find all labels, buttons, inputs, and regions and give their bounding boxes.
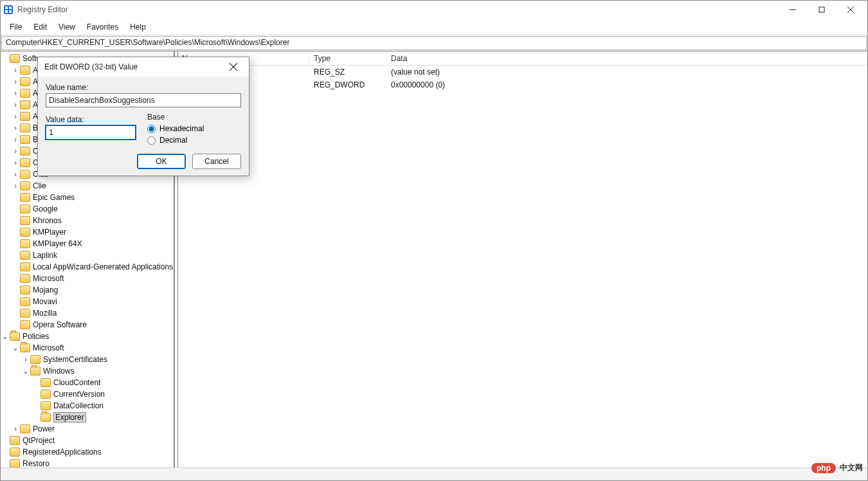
tree-node[interactable]: DataCollection	[1, 400, 174, 412]
tree-node-label: QtProject	[23, 436, 55, 445]
list-row[interactable]: REG_SZ(value not set)	[178, 66, 867, 78]
chevron-right-icon[interactable]: ›	[11, 135, 20, 144]
chevron-right-icon[interactable]: ›	[11, 158, 20, 167]
chevron-right-icon[interactable]: ›	[11, 100, 20, 109]
menu-edit[interactable]: Edit	[28, 21, 52, 33]
maximize-button[interactable]	[807, 1, 836, 19]
tree-node-label: Epic Games	[33, 193, 75, 202]
value-data-label: Value data:	[46, 115, 136, 124]
edit-dword-dialog[interactable]: Edit DWORD (32-bit) Value Value name: Va…	[37, 57, 249, 176]
radio-hex-input[interactable]	[147, 125, 156, 133]
folder-icon	[20, 170, 30, 179]
value-name-input[interactable]	[46, 93, 241, 107]
tree-node[interactable]: Opera Software	[1, 319, 174, 331]
svg-rect-1	[5, 6, 8, 9]
chevron-right-icon[interactable]: ›	[11, 123, 20, 132]
folder-icon	[20, 251, 30, 260]
folder-icon	[20, 424, 30, 433]
tree-node[interactable]: Laplink	[1, 250, 174, 261]
folder-icon	[20, 181, 30, 190]
tree-node[interactable]: ⌄Microsoft	[1, 342, 174, 354]
folder-icon	[41, 390, 51, 399]
folder-icon	[20, 77, 30, 86]
col-header-data[interactable]: Data	[387, 51, 867, 65]
folder-icon	[10, 459, 20, 467]
radio-hex[interactable]: Hexadecimal	[147, 124, 241, 133]
list-header: Name Type Data	[178, 51, 867, 66]
radio-dec[interactable]: Decimal	[147, 136, 241, 145]
tree-node-label: Microsoft	[33, 274, 64, 283]
chevron-right-icon[interactable]: ›	[11, 147, 20, 156]
chevron-right-icon[interactable]: ›	[11, 181, 20, 190]
tree-node[interactable]: ⌄Windows	[1, 365, 174, 377]
cancel-button[interactable]: Cancel	[192, 154, 241, 169]
tree-node[interactable]: Microsoft	[1, 273, 174, 284]
dialog-close-button[interactable]	[224, 58, 242, 76]
tree-node[interactable]: Mojang	[1, 284, 174, 296]
chevron-right-icon[interactable]: ›	[11, 112, 20, 121]
tree-node-label: Explorer	[53, 412, 86, 422]
tree-node[interactable]: Mozilla	[1, 307, 174, 319]
folder-icon	[20, 193, 30, 202]
tree-node[interactable]: ⌄Policies	[1, 331, 174, 342]
radio-dec-input[interactable]	[147, 136, 156, 145]
radio-dec-label: Decimal	[159, 136, 187, 145]
menu-file[interactable]: File	[5, 21, 27, 33]
folder-icon	[20, 66, 30, 75]
chevron-right-icon[interactable]: ›	[21, 355, 30, 364]
tree-node[interactable]: Local AppWizard-Generated Applications	[1, 261, 174, 273]
tree-node[interactable]: Movavi	[1, 296, 174, 307]
cell-data: (value not set)	[387, 68, 867, 77]
dialog-titlebar[interactable]: Edit DWORD (32-bit) Value	[38, 57, 249, 77]
tree-node[interactable]: ›Clie	[1, 180, 174, 192]
tree-node-label: Khronos	[33, 216, 62, 225]
address-bar[interactable]: Computer\HKEY_CURRENT_USER\Software\Poli…	[1, 36, 867, 50]
folder-icon	[30, 367, 41, 376]
window-controls	[778, 1, 865, 19]
chevron-right-icon[interactable]: ›	[11, 89, 20, 98]
tree-node[interactable]: CurrentVersion	[1, 388, 174, 400]
watermark-pill: php	[811, 463, 836, 473]
list-row[interactable]: xSuggestionsREG_DWORD0x00000000 (0)	[178, 78, 867, 91]
close-button[interactable]	[836, 1, 865, 19]
folder-icon	[20, 89, 30, 98]
folder-icon	[20, 204, 30, 213]
tree-node-label: Movavi	[33, 297, 57, 306]
tree-node[interactable]: RegisteredApplications	[1, 446, 174, 458]
folder-icon	[30, 355, 41, 364]
chevron-right-icon[interactable]: ›	[11, 66, 20, 75]
tree-node[interactable]: Google	[1, 203, 174, 215]
tree-node[interactable]: KMPlayer	[1, 226, 174, 238]
tree-node[interactable]: Epic Games	[1, 192, 174, 203]
tree-node[interactable]: QtProject	[1, 435, 174, 446]
tree-node[interactable]: Explorer	[1, 412, 174, 423]
minimize-button[interactable]	[778, 1, 807, 19]
folder-icon	[20, 147, 30, 156]
menu-view[interactable]: View	[53, 21, 80, 33]
tree-node[interactable]: Khronos	[1, 215, 174, 226]
tree-node[interactable]: ›SystemCertificates	[1, 354, 174, 365]
menu-favorites[interactable]: Favorites	[82, 21, 123, 33]
svg-rect-6	[819, 7, 824, 12]
chevron-right-icon[interactable]: ›	[11, 170, 20, 179]
menu-help[interactable]: Help	[125, 21, 151, 33]
svg-rect-4	[9, 10, 12, 13]
chevron-down-icon[interactable]: ⌄	[1, 332, 10, 341]
ok-button[interactable]: OK	[137, 154, 186, 169]
tree-node[interactable]: CloudContent	[1, 377, 174, 388]
tree-node[interactable]: ›Power	[1, 423, 174, 435]
cell-type: REG_DWORD	[310, 80, 387, 89]
tree-node-label: KMPlayer	[33, 228, 66, 237]
chevron-right-icon[interactable]: ›	[11, 424, 20, 433]
value-data-input[interactable]	[46, 125, 136, 140]
chevron-right-icon[interactable]: ›	[11, 77, 20, 86]
tree-node-label: Restoro	[23, 459, 50, 467]
tree-node[interactable]: KMPlayer 64X	[1, 238, 174, 250]
folder-icon	[20, 343, 30, 352]
chevron-down-icon[interactable]: ⌄	[11, 343, 20, 352]
list-pane: Name Type Data REG_SZ(value not set)xSug…	[178, 51, 867, 467]
tree-node[interactable]: Restoro	[1, 458, 174, 467]
titlebar[interactable]: Registry Editor	[1, 1, 867, 19]
chevron-down-icon[interactable]: ⌄	[21, 367, 30, 376]
col-header-type[interactable]: Type	[310, 51, 387, 65]
